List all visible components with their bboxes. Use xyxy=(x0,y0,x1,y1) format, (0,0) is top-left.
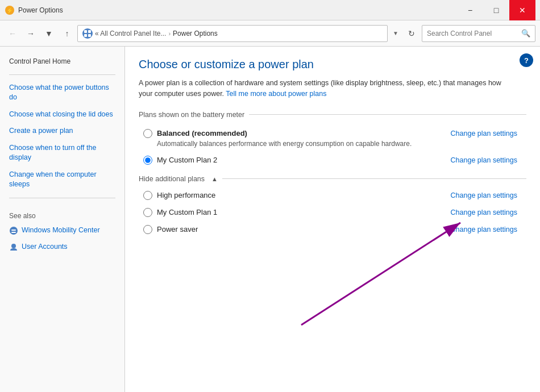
sidebar-item-computer-sleeps[interactable]: Change when the computer sleeps xyxy=(0,166,124,193)
hide-plans-chevron-icon[interactable]: ▲ xyxy=(211,176,218,182)
window-controls: − □ ✕ xyxy=(457,0,535,20)
search-box[interactable]: 🔍 xyxy=(422,25,535,42)
plan-name-high: High performance xyxy=(157,191,215,199)
svg-rect-8 xyxy=(11,232,16,233)
radio-custom2[interactable] xyxy=(143,156,152,165)
sidebar-divider-bottom xyxy=(9,198,115,198)
app-icon: ⚡ xyxy=(5,5,15,15)
change-plan-link-custom1[interactable]: Change plan settings xyxy=(442,208,517,216)
back-button[interactable]: ← xyxy=(5,26,20,41)
svg-rect-2 xyxy=(84,30,87,33)
sidebar-divider-top xyxy=(9,74,115,75)
address-path[interactable]: « All Control Panel Ite... › Power Optio… xyxy=(77,25,388,42)
plan-name-balanced: Balanced (recommended) xyxy=(157,129,247,137)
tell-me-more-link[interactable]: Tell me more about power plans xyxy=(226,90,326,98)
plans-section-label: Plans shown on the battery meter xyxy=(139,111,526,119)
mobility-center-icon xyxy=(9,226,18,235)
sidebar-item-label: Windows Mobility Center xyxy=(22,226,100,236)
page-title: Choose or customize a power plan xyxy=(139,58,526,71)
plan-name-custom1: My Custom Plan 1 xyxy=(157,208,217,216)
address-dropdown-button[interactable]: ▼ xyxy=(390,25,401,42)
sidebar-item-label: Create a power plan xyxy=(9,126,73,136)
svg-line-11 xyxy=(301,223,460,325)
sidebar-item-power-buttons[interactable]: Choose what the power buttons do xyxy=(0,80,124,106)
search-icon[interactable]: 🔍 xyxy=(521,29,530,37)
content-description: A power plan is a collection of hardware… xyxy=(139,78,508,99)
svg-point-9 xyxy=(11,244,16,248)
see-also-label: See also xyxy=(0,203,124,222)
plan-row-custom1: My Custom Plan 1 Change plan settings xyxy=(139,205,526,220)
forward-button[interactable]: → xyxy=(23,26,39,41)
hide-plans-row[interactable]: Hide additional plans ▲ xyxy=(139,175,526,183)
svg-text:⚡: ⚡ xyxy=(6,7,14,14)
path-arrow: › xyxy=(168,30,171,37)
plan-row-balanced: Balanced (recommended) Change plan setti… xyxy=(139,126,526,151)
plan-row-saver: Power saver Change plan settings xyxy=(139,222,526,237)
title-bar: ⚡ Power Options − □ ✕ xyxy=(0,0,540,20)
search-input[interactable] xyxy=(427,30,519,37)
help-button[interactable]: ? xyxy=(520,53,533,67)
radio-balanced[interactable] xyxy=(143,129,152,138)
refresh-button[interactable]: ↻ xyxy=(404,26,419,41)
sidebar-item-create-plan[interactable]: Create a power plan xyxy=(0,123,124,140)
sidebar-item-closing-lid[interactable]: Choose what closing the lid does xyxy=(0,106,124,123)
up-button[interactable]: ↑ xyxy=(59,26,75,41)
radio-custom1[interactable] xyxy=(143,208,152,217)
recent-button[interactable]: ▼ xyxy=(41,26,57,41)
control-panel-icon xyxy=(82,28,93,39)
path-current: Power Options xyxy=(173,30,218,37)
change-plan-link-balanced[interactable]: Change plan settings xyxy=(442,130,517,137)
minimize-button[interactable]: − xyxy=(457,0,483,20)
change-plan-link-high[interactable]: Change plan settings xyxy=(442,191,517,199)
change-plan-link-custom2[interactable]: Change plan settings xyxy=(442,156,517,164)
hide-plans-label: Hide additional plans xyxy=(139,175,205,183)
sidebar-item-label: Choose what closing the lid does xyxy=(9,110,113,120)
sidebar-item-turn-off-display[interactable]: Choose when to turn off the display xyxy=(0,140,124,166)
address-bar: ← → ▼ ↑ « All Control Panel Ite... › Pow… xyxy=(0,20,540,47)
change-plan-link-saver[interactable]: Change plan settings xyxy=(442,226,517,233)
user-accounts-icon xyxy=(9,243,18,252)
radio-saver[interactable] xyxy=(143,225,152,234)
svg-rect-4 xyxy=(84,34,87,37)
sidebar: Control Panel Home Choose what the power… xyxy=(0,47,125,392)
svg-rect-7 xyxy=(11,230,16,231)
plan-row-high: High performance Change plan settings xyxy=(139,187,526,203)
svg-rect-3 xyxy=(88,30,91,33)
close-button[interactable]: ✕ xyxy=(509,0,535,20)
sidebar-item-user-accounts[interactable]: User Accounts xyxy=(0,239,124,256)
maximize-button[interactable]: □ xyxy=(483,0,509,20)
plan-name-custom2: My Custom Plan 2 xyxy=(157,156,217,164)
sidebar-item-label: Choose when to turn off the display xyxy=(9,143,115,163)
svg-rect-5 xyxy=(88,34,91,37)
content-area: ? Choose or customize a power plan A pow… xyxy=(125,47,540,392)
radio-high[interactable] xyxy=(143,191,152,200)
main-layout: Control Panel Home Choose what the power… xyxy=(0,47,540,392)
sidebar-item-label: Change when the computer sleeps xyxy=(9,170,115,190)
sidebar-item-mobility-center[interactable]: Windows Mobility Center xyxy=(0,222,124,239)
plan-name-saver: Power saver xyxy=(157,225,198,233)
path-prefix: « All Control Panel Ite... xyxy=(95,30,166,37)
plan-description-balanced: Automatically balances performance with … xyxy=(157,140,517,148)
plan-row-custom2: My Custom Plan 2 Change plan settings xyxy=(139,152,526,168)
sidebar-item-label: Choose what the power buttons do xyxy=(9,83,115,103)
sidebar-control-panel-home[interactable]: Control Panel Home xyxy=(0,53,124,70)
sidebar-item-label: User Accounts xyxy=(22,242,68,252)
window-title: Power Options xyxy=(18,6,457,14)
